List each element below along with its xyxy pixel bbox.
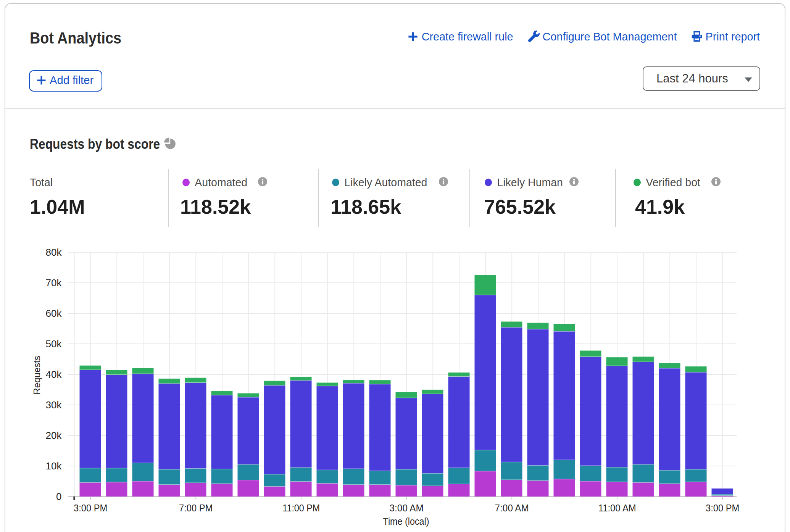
svg-text:11:00 AM: 11:00 AM: [598, 502, 636, 514]
svg-text:7:00 PM: 7:00 PM: [179, 502, 213, 514]
svg-text:60k: 60k: [45, 308, 62, 319]
svg-text:Time (local): Time (local): [383, 516, 429, 527]
svg-text:7:00 AM: 7:00 AM: [495, 502, 529, 514]
svg-text:30k: 30k: [45, 399, 62, 411]
svg-text:11:00 PM: 11:00 PM: [282, 502, 320, 514]
svg-text:10k: 10k: [45, 460, 62, 472]
svg-text:Requests: Requests: [32, 356, 42, 394]
svg-text:50k: 50k: [45, 338, 62, 350]
svg-text:80k: 80k: [45, 247, 62, 258]
svg-text:40k: 40k: [45, 369, 62, 380]
svg-text:70k: 70k: [45, 277, 62, 289]
svg-text:3:00 PM: 3:00 PM: [706, 502, 739, 514]
svg-text:3:00 AM: 3:00 AM: [390, 502, 424, 514]
svg-text:3:00 PM: 3:00 PM: [74, 502, 107, 514]
svg-text:0: 0: [56, 491, 61, 502]
svg-text:20k: 20k: [45, 430, 62, 441]
